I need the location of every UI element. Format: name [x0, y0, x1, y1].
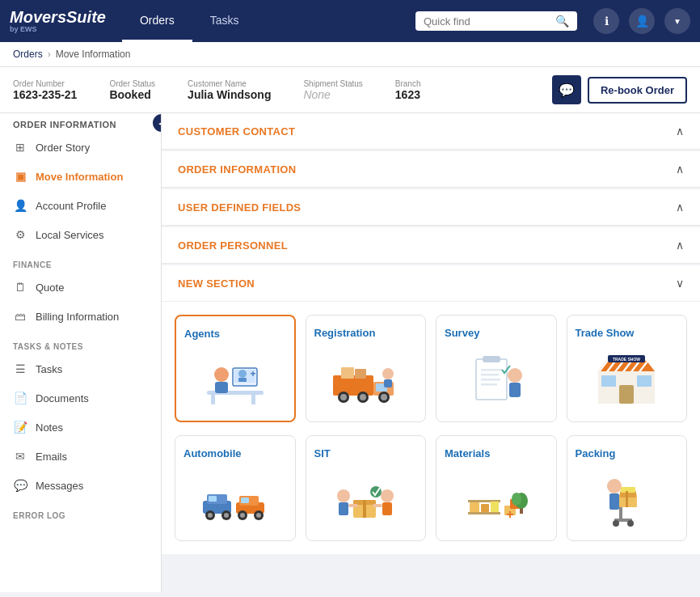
card-packing[interactable]: Packing: [567, 435, 688, 541]
search-icon[interactable]: 🔍: [555, 15, 569, 28]
dropdown-chevron-btn[interactable]: ▼: [664, 8, 690, 34]
order-number-value: 1623-235-21: [13, 88, 77, 101]
svg-point-18: [381, 394, 387, 400]
accordion-header-user-defined[interactable]: USER DEFINED FIELDS ∧: [162, 189, 700, 225]
card-packing-illustration: [576, 468, 679, 532]
breadcrumb-current: Move Information: [56, 49, 131, 60]
cards-grid-row2: Automobile: [162, 435, 700, 554]
search-bar[interactable]: 🔍: [415, 11, 577, 31]
accordion-title-user-defined: USER DEFINED FIELDS: [178, 201, 301, 214]
svg-text:TRADE SHOW: TRADE SHOW: [613, 357, 640, 362]
sidebar-item-quote[interactable]: 🗒 Quote: [0, 273, 161, 302]
sidebar-item-tasks[interactable]: ☰ Tasks: [0, 354, 161, 383]
card-registration[interactable]: Registration: [306, 315, 427, 422]
card-materials-title: Materials: [445, 447, 490, 459]
svg-rect-27: [481, 374, 499, 376]
shipment-status-field: Shipment Status None: [303, 79, 362, 101]
card-materials-illustration: [445, 468, 548, 532]
branch-field: Branch 1623: [395, 79, 421, 101]
accordion-header-order-personnel[interactable]: ORDER PERSONNEL ∧: [162, 227, 700, 263]
card-sit[interactable]: SIT: [306, 435, 427, 541]
svg-rect-23: [384, 379, 392, 387]
top-navigation: MoversSuite by EWS Orders Tasks 🔍 ℹ 👤 ▼: [0, 0, 700, 42]
accordion-header-customer-contact[interactable]: CUSTOMER CONTACT ∧: [162, 113, 700, 149]
card-automobile-illustration: [183, 468, 287, 532]
customer-name-label: Customer Name: [188, 79, 271, 88]
nav-tab-tasks[interactable]: Tasks: [192, 1, 257, 42]
svg-point-48: [208, 513, 213, 518]
sidebar-item-billing[interactable]: 🗃 Billing Information: [0, 302, 161, 331]
card-agents-illustration: [184, 348, 286, 413]
app-logo: MoversSuite by EWS: [10, 8, 106, 34]
nav-tab-orders[interactable]: Orders: [122, 1, 192, 42]
svg-rect-80: [509, 511, 511, 518]
card-survey-title: Survey: [445, 327, 479, 339]
sidebar-item-account-profile[interactable]: 👤 Account Profile: [0, 191, 161, 220]
sidebar-order-info-section: ORDER INFORMATION ◀: [0, 113, 161, 133]
accordion-header-order-information[interactable]: ORDER INFORMATION ∧: [162, 151, 700, 187]
sidebar-collapse-button[interactable]: ◀: [153, 114, 162, 132]
sidebar-error-header: ERROR LOG: [0, 500, 161, 523]
svg-rect-21: [355, 369, 366, 379]
svg-point-65: [381, 489, 394, 502]
svg-rect-20: [341, 367, 354, 379]
card-trade-show[interactable]: Trade Show: [567, 315, 688, 422]
user-avatar[interactable]: 👤: [629, 8, 655, 34]
svg-rect-69: [468, 512, 500, 514]
svg-point-16: [360, 394, 366, 400]
card-survey[interactable]: Survey: [436, 315, 557, 422]
sidebar-item-order-story-label: Order Story: [36, 142, 90, 154]
sidebar-item-order-story[interactable]: ⊞ Order Story: [0, 133, 161, 162]
accordion-title-customer-contact: CUSTOMER CONTACT: [178, 125, 295, 138]
sidebar-item-documents[interactable]: 📄 Documents: [0, 383, 161, 413]
nav-tabs: Orders Tasks: [122, 1, 257, 42]
sidebar-item-billing-label: Billing Information: [36, 311, 119, 323]
accordion-chevron-order-personnel: ∧: [676, 239, 684, 252]
nav-icons: ℹ 👤 ▼: [593, 8, 690, 34]
content-area: CUSTOMER CONTACT ∧ ORDER INFORMATION ∧ U…: [162, 113, 700, 592]
info-icon-btn[interactable]: ℹ: [593, 8, 619, 34]
card-materials[interactable]: Materials: [436, 435, 557, 541]
sidebar-item-messages[interactable]: 💬 Messages: [0, 471, 161, 500]
order-number-label: Order Number: [13, 79, 77, 88]
sidebar-finance-header: FINANCE: [0, 249, 161, 273]
card-agents[interactable]: Agents: [175, 315, 296, 422]
accordion-customer-contact: CUSTOMER CONTACT ∧: [162, 113, 700, 150]
breadcrumb: Orders › Move Information: [0, 42, 700, 67]
svg-point-22: [382, 368, 394, 379]
svg-rect-26: [481, 369, 502, 371]
card-trade-show-title: Trade Show: [576, 327, 635, 339]
search-input[interactable]: [424, 15, 549, 28]
new-section-header[interactable]: NEW SECTION ∨: [162, 265, 700, 302]
breadcrumb-separator: ›: [48, 49, 51, 60]
card-survey-illustration: [445, 347, 548, 412]
svg-point-3: [214, 367, 229, 382]
move-icon: ▣: [13, 169, 27, 184]
order-status-field: Order Status Booked: [109, 79, 155, 101]
messages-icon: 💬: [13, 478, 27, 493]
sidebar-item-move-information[interactable]: ▣ Move Information: [0, 162, 161, 191]
email-icon: ✉: [13, 449, 27, 464]
accordion-order-information: ORDER INFORMATION ∧: [162, 151, 700, 188]
rebook-button[interactable]: Re-book Order: [588, 77, 687, 104]
chat-button[interactable]: 💬: [552, 75, 581, 104]
card-automobile[interactable]: Automobile: [175, 435, 296, 541]
customer-name-field: Customer Name Julia Windsong: [188, 79, 271, 101]
new-section: NEW SECTION ∨ Agents: [162, 265, 700, 554]
sidebar-item-emails[interactable]: ✉ Emails: [0, 442, 161, 471]
svg-rect-1: [211, 395, 215, 404]
order-status-label: Order Status: [109, 79, 155, 88]
svg-rect-63: [339, 502, 348, 515]
sidebar-item-quote-label: Quote: [36, 282, 64, 294]
svg-rect-58: [241, 498, 249, 503]
accordion-chevron-user-defined: ∧: [676, 201, 684, 214]
svg-rect-28: [481, 379, 500, 381]
card-registration-illustration: [314, 347, 418, 412]
breadcrumb-orders[interactable]: Orders: [13, 49, 43, 60]
sidebar-tasks-header: TASKS & NOTES: [0, 331, 161, 354]
sidebar-item-emails-label: Emails: [36, 451, 67, 463]
sidebar-item-local-services[interactable]: ⚙ Local Services: [0, 220, 161, 249]
svg-rect-61: [363, 500, 366, 518]
cards-grid-row1: Agents: [162, 302, 700, 435]
sidebar-item-notes[interactable]: 📝 Notes: [0, 413, 161, 442]
